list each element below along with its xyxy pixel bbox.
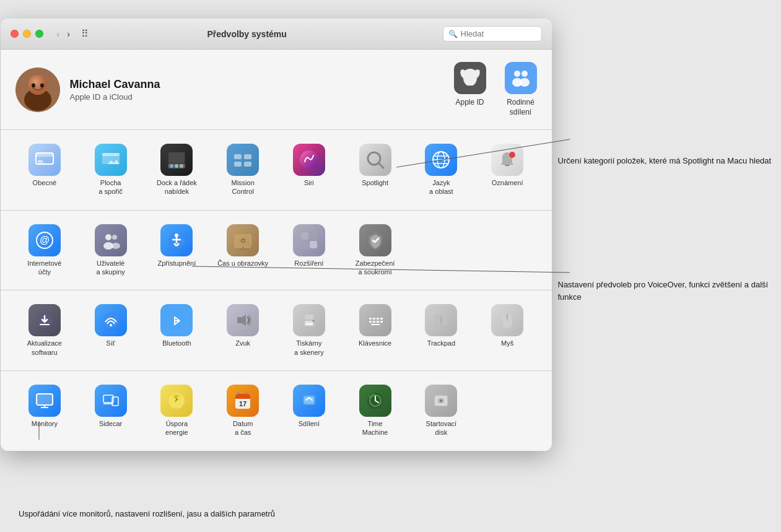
svg-point-36 (509, 152, 515, 158)
svg-rect-65 (305, 315, 313, 320)
svg-point-21 (180, 164, 183, 168)
pref-language[interactable]: Jazyka oblast (409, 140, 473, 200)
apple-id-button[interactable]: Apple ID (454, 62, 486, 117)
pref-users[interactable]: Uživateléa skupiny (79, 220, 142, 281)
svg-rect-23 (244, 154, 251, 159)
mouse-label: Myš (501, 339, 513, 347)
language-icon (425, 144, 457, 176)
security-icon (359, 224, 391, 256)
minimize-button[interactable] (23, 30, 31, 38)
svg-rect-77 (371, 324, 380, 325)
window-title: Předvolby systému (58, 29, 437, 39)
grid-section-2: @ Internetovéúčty (1, 211, 552, 291)
close-button[interactable] (11, 30, 19, 38)
printers-label: Tiskárnya skenery (294, 339, 324, 357)
pref-keyboard[interactable]: Klávesnice (343, 300, 407, 360)
accessibility-label: Zpřístupnění (157, 259, 196, 268)
mission-label: MissionControl (231, 178, 254, 196)
svg-point-41 (112, 235, 117, 240)
svg-rect-13 (38, 163, 45, 164)
svg-rect-17 (168, 152, 185, 163)
family-sharing-icon (505, 62, 537, 94)
pref-spotlight[interactable]: Spotlight (343, 140, 407, 200)
pref-sidecar[interactable]: Sidecar (79, 381, 142, 441)
svg-point-3 (28, 75, 48, 95)
pref-monitors[interactable]: Monitory (13, 381, 77, 441)
grid-section-4: Monitory Sidecar (1, 371, 552, 451)
pref-energy[interactable]: Úsporaenergie (145, 381, 209, 441)
extensions-label: Rozšíření (294, 259, 323, 268)
extensions-icon (293, 224, 325, 256)
search-box[interactable]: 🔍 (443, 26, 542, 41)
titlebar: ‹ › ⠿ Předvolby systému 🔍 (1, 19, 552, 50)
trackpad-icon (425, 304, 457, 336)
search-input[interactable] (461, 29, 529, 38)
energy-icon (160, 385, 193, 417)
pref-dock[interactable]: Dock a řádeknabídek (145, 140, 209, 200)
apple-id-label: Apple ID (455, 98, 484, 108)
profile-section: Michael Cavanna Apple ID a iCloud Apple … (1, 50, 552, 130)
svg-rect-54 (301, 241, 308, 248)
internet-icon: @ (28, 224, 61, 256)
pref-software[interactable]: Aktualizacesoftwaru (13, 300, 77, 360)
pref-network[interactable]: Síť (79, 300, 142, 360)
monitors-annotation: Uspořádání více monitorů, nastavení rozl… (19, 508, 275, 520)
pref-mouse[interactable]: Myš (476, 300, 539, 360)
svg-point-82 (506, 316, 508, 318)
pref-timemachine[interactable]: TimeMachine (343, 381, 407, 441)
siri-label: Siri (304, 178, 314, 187)
pref-plocha[interactable]: Plochaa spořič (79, 140, 142, 200)
avatar[interactable] (15, 68, 60, 112)
pref-sharing[interactable]: Sdílení (277, 381, 341, 441)
spotlight-label: Spotlight (362, 178, 388, 187)
plocha-icon (95, 144, 127, 176)
sharing-label: Sdílení (299, 419, 320, 428)
svg-point-42 (111, 243, 120, 249)
security-label: Zabezpečenía soukromí (356, 259, 395, 277)
spotlight-icon (359, 144, 391, 176)
prefs-grid-3: Aktualizacesoftwaru Síť (13, 300, 539, 360)
user-name: Michael Cavanna (70, 78, 444, 91)
maximize-button[interactable] (35, 30, 43, 38)
pref-extensions[interactable]: Rozšíření (277, 220, 341, 281)
monitors-icon (28, 385, 61, 417)
users-label: Uživateléa skupiny (96, 259, 124, 277)
bluetooth-icon (160, 304, 193, 336)
svg-rect-11 (36, 154, 53, 157)
pref-security[interactable]: Zabezpečenía soukromí (343, 220, 407, 281)
user-info: Michael Cavanna Apple ID a iCloud (70, 78, 444, 102)
pref-mission[interactable]: MissionControl (211, 140, 275, 200)
svg-line-28 (378, 163, 383, 168)
svg-rect-25 (244, 162, 251, 167)
svg-rect-71 (377, 318, 379, 320)
spotlight-annotation: Určení kategorií položek, které má Spotl… (558, 155, 772, 167)
pref-trackpad[interactable]: Trackpad (409, 300, 473, 360)
pref-siri[interactable]: Siri (277, 140, 341, 200)
pref-sound[interactable]: Zvuk (211, 300, 275, 360)
svg-rect-72 (380, 318, 383, 320)
pref-internet[interactable]: @ Internetovéúčty (13, 220, 77, 281)
printers-icon (293, 304, 325, 336)
notifications-icon (491, 144, 523, 176)
svg-point-9 (520, 78, 530, 87)
pref-printers[interactable]: Tiskárnya skenery (277, 300, 341, 360)
pref-accessibility[interactable]: Zpřístupnění (145, 220, 209, 281)
bluetooth-label: Bluetooth (162, 339, 191, 347)
svg-rect-55 (310, 241, 317, 248)
svg-rect-73 (369, 321, 372, 323)
svg-point-4 (32, 83, 35, 87)
pref-screentime[interactable]: ⏱ Čas u obrazovky (211, 220, 275, 281)
pref-bluetooth[interactable]: Bluetooth (145, 300, 209, 360)
software-label: Aktualizacesoftwaru (27, 339, 62, 357)
pref-datetime[interactable]: 17 Datuma čas (211, 381, 275, 441)
pref-notifications[interactable]: Oznámení (476, 140, 539, 200)
sidecar-label: Sidecar (99, 419, 122, 428)
users-icon (95, 224, 127, 256)
timemachine-label: TimeMachine (362, 419, 388, 437)
family-sharing-button[interactable]: Rodinnésdílení (505, 62, 537, 117)
accessibility-icon (160, 224, 193, 256)
notifications-label: Oznámení (492, 178, 523, 187)
pref-startup[interactable]: Startovacídisk (409, 381, 473, 441)
dock-icon (160, 144, 193, 176)
pref-obecne[interactable]: Obecné (13, 140, 77, 200)
